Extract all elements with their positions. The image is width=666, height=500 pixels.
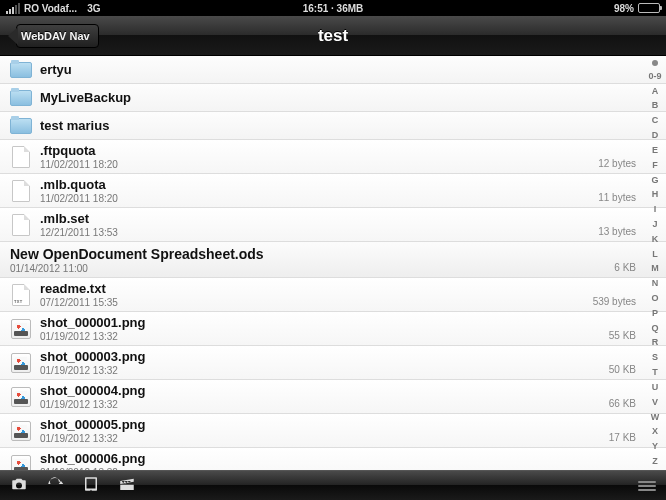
file-size: 50 KB — [609, 364, 642, 375]
battery-percent: 98% — [614, 3, 634, 14]
folder-row[interactable]: ertyu — [0, 56, 666, 84]
refresh-icon[interactable] — [46, 475, 64, 497]
text-file-icon: TXT — [12, 284, 30, 306]
image-file-icon — [11, 421, 31, 441]
back-button[interactable]: WebDAV Nav — [16, 24, 99, 48]
file-name: readme.txt — [40, 281, 593, 296]
carrier-label: RO Vodaf... — [24, 3, 77, 14]
file-row[interactable]: .mlb.set 12/21/2011 13:53 13 bytes — [0, 208, 666, 242]
index-letter[interactable]: W — [651, 413, 660, 422]
back-button-label: WebDAV Nav — [21, 30, 90, 42]
index-letter[interactable]: Q — [651, 324, 658, 333]
index-letter[interactable]: H — [652, 190, 659, 199]
index-letter[interactable]: K — [652, 235, 659, 244]
index-letter[interactable]: V — [652, 398, 658, 407]
image-file-icon — [11, 455, 31, 471]
index-letter[interactable]: D — [652, 131, 659, 140]
file-date: 11/02/2011 18:20 — [40, 159, 598, 170]
file-date: 12/21/2011 13:53 — [40, 227, 598, 238]
file-date: 01/19/2012 13:32 — [40, 331, 609, 342]
bottom-toolbar — [0, 470, 666, 500]
file-row[interactable]: shot_000005.png 01/19/2012 13:32 17 KB — [0, 414, 666, 448]
index-letter[interactable]: J — [652, 220, 657, 229]
index-letter[interactable]: F — [652, 161, 658, 170]
grip-icon[interactable] — [638, 481, 656, 491]
file-list[interactable]: ertyu MyLiveBackup test marius .ftpquota… — [0, 56, 666, 470]
file-name: New OpenDocument Spreadsheet.ods — [10, 246, 614, 262]
file-date: 01/19/2012 13:32 — [40, 365, 609, 376]
file-name: .ftpquota — [40, 143, 598, 158]
index-letter[interactable]: B — [652, 101, 659, 110]
index-letter[interactable]: X — [652, 427, 658, 436]
file-icon — [12, 146, 30, 168]
index-letter[interactable]: Z — [652, 457, 658, 466]
file-size: 12 bytes — [598, 158, 642, 169]
file-row[interactable]: .ftpquota 11/02/2011 18:20 12 bytes — [0, 140, 666, 174]
file-size: 55 KB — [609, 330, 642, 341]
index-letter[interactable]: R — [652, 338, 659, 347]
index-dot-icon[interactable] — [652, 60, 658, 66]
file-row[interactable]: shot_000004.png 01/19/2012 13:32 66 KB — [0, 380, 666, 414]
folder-name: MyLiveBackup — [40, 90, 642, 105]
file-name: shot_000001.png — [40, 315, 609, 330]
clapper-icon[interactable] — [118, 475, 136, 497]
folder-row[interactable]: MyLiveBackup — [0, 84, 666, 112]
folder-icon — [10, 118, 32, 134]
index-letter[interactable]: E — [652, 146, 658, 155]
index-letter[interactable]: G — [651, 176, 658, 185]
file-row[interactable]: .mlb.quota 11/02/2011 18:20 11 bytes — [0, 174, 666, 208]
index-letter[interactable]: P — [652, 309, 658, 318]
file-name: shot_000004.png — [40, 383, 609, 398]
index-letter[interactable]: U — [652, 383, 659, 392]
file-size: 13 bytes — [598, 226, 642, 237]
featured-row[interactable]: New OpenDocument Spreadsheet.ods 01/14/2… — [0, 242, 666, 278]
file-date: 01/14/2012 11:00 — [10, 263, 614, 274]
file-row[interactable]: shot_000003.png 01/19/2012 13:32 50 KB — [0, 346, 666, 380]
signal-icon — [6, 3, 20, 14]
index-letter[interactable]: Y — [652, 442, 658, 451]
index-letter[interactable]: N — [652, 279, 659, 288]
index-letter[interactable]: C — [652, 116, 659, 125]
file-row[interactable]: shot_000006.png 01/19/2012 13:32 — [0, 448, 666, 470]
file-size: 11 bytes — [598, 192, 642, 203]
index-letter[interactable]: A — [652, 87, 659, 96]
ipad-icon[interactable] — [82, 475, 100, 497]
index-letter[interactable]: S — [652, 353, 658, 362]
file-icon — [12, 214, 30, 236]
file-date: 01/19/2012 13:32 — [40, 433, 609, 444]
file-date: 01/19/2012 13:32 — [40, 399, 609, 410]
navigation-bar: WebDAV Nav test — [0, 16, 666, 56]
folder-icon — [10, 62, 32, 78]
folder-name: test marius — [40, 118, 642, 133]
folder-row[interactable]: test marius — [0, 112, 666, 140]
file-list-container: ertyu MyLiveBackup test marius .ftpquota… — [0, 56, 666, 470]
battery-icon — [638, 3, 660, 13]
index-letter[interactable]: L — [652, 250, 658, 259]
network-label: 3G — [87, 3, 100, 14]
file-name: shot_000005.png — [40, 417, 609, 432]
status-bar: RO Vodaf... 3G 16:51 · 36MB 98% — [0, 0, 666, 16]
index-letter[interactable]: I — [654, 205, 657, 214]
file-date: 01/19/2012 13:32 — [40, 467, 636, 470]
image-file-icon — [11, 387, 31, 407]
camera-icon[interactable] — [10, 475, 28, 497]
index-letter[interactable]: T — [652, 368, 658, 377]
folder-name: ertyu — [40, 62, 642, 77]
file-row[interactable]: shot_000001.png 01/19/2012 13:32 55 KB — [0, 312, 666, 346]
index-letter[interactable]: M — [651, 264, 659, 273]
index-letter[interactable]: O — [651, 294, 658, 303]
file-size: 539 bytes — [593, 296, 642, 307]
page-title: test — [0, 26, 666, 46]
file-name: shot_000003.png — [40, 349, 609, 364]
file-name: .mlb.quota — [40, 177, 598, 192]
file-row[interactable]: TXT readme.txt 07/12/2011 15:35 539 byte… — [0, 278, 666, 312]
file-size: 66 KB — [609, 398, 642, 409]
file-icon — [12, 180, 30, 202]
index-letter[interactable]: 0-9 — [648, 72, 661, 81]
file-size: 17 KB — [609, 432, 642, 443]
file-name: shot_000006.png — [40, 451, 636, 466]
folder-icon — [10, 90, 32, 106]
file-date: 07/12/2011 15:35 — [40, 297, 593, 308]
section-index-bar[interactable]: 0-9ABCDEFGHIJKLMNOPQRSTUVWXYZ — [646, 58, 664, 468]
file-size: 6 KB — [614, 262, 642, 273]
